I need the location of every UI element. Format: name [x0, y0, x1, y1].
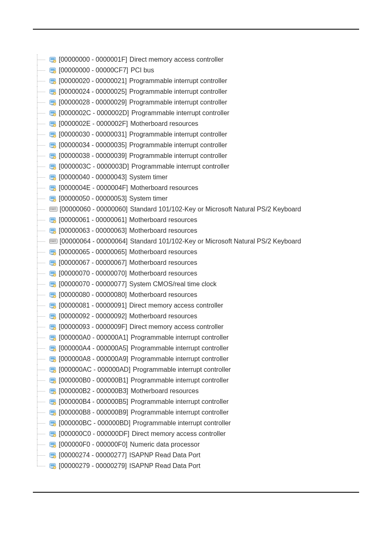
resource-range: [000000AC - 000000AD] — [59, 366, 130, 373]
resource-range: [000000F0 - 000000F0] — [59, 441, 127, 448]
tree-item[interactable]: [00000050 - 00000053]System timer — [33, 193, 392, 204]
tree-item[interactable]: [00000070 - 00000077]System CMOS/real ti… — [33, 279, 392, 290]
tree-item[interactable]: [000000B8 - 000000B9]Programmable interr… — [33, 407, 392, 418]
tree-item[interactable]: [00000274 - 00000277]ISAPNP Read Data Po… — [33, 450, 392, 461]
resource-label: Motherboard resources — [129, 291, 197, 299]
tree-branch — [33, 151, 49, 161]
device-icon — [49, 259, 57, 266]
resource-label: Programmable interrupt controller — [131, 163, 229, 170]
tree-item[interactable]: [00000020 - 00000021]Programmable interr… — [33, 76, 392, 86]
tree-item[interactable]: [0000003C - 0000003D]Programmable interr… — [33, 161, 392, 172]
device-icon — [49, 270, 57, 277]
resource-label: Programmable interrupt controller — [129, 152, 227, 160]
resource-label: Numeric data processor — [130, 441, 200, 448]
resource-range: [00000028 - 00000029] — [59, 99, 127, 106]
tree-item[interactable]: [000000B0 - 000000B1]Programmable interr… — [33, 375, 392, 386]
tree-item[interactable]: [00000000 - 00000CF7]PCI bus — [33, 65, 392, 76]
device-icon — [49, 280, 57, 288]
resource-range: [00000038 - 00000039] — [59, 152, 127, 160]
tree-branch — [33, 236, 49, 247]
resource-label: Standard 101/102-Key or Microsoft Natura… — [130, 206, 301, 213]
device-icon — [49, 184, 57, 192]
tree-item[interactable]: [00000080 - 00000080]Motherboard resourc… — [33, 290, 392, 300]
device-tree: [00000000 - 0000001F]Direct memory acces… — [33, 54, 392, 471]
resource-range: [00000092 - 00000092] — [59, 313, 127, 320]
tree-item[interactable]: [00000000 - 0000001F]Direct memory acces… — [33, 54, 392, 65]
tree-branch — [33, 439, 49, 450]
tree-branch — [33, 257, 49, 268]
resource-range: [00000070 - 00000077] — [59, 280, 127, 288]
tree-branch — [33, 332, 49, 343]
device-icon — [49, 398, 57, 405]
page-top-rule — [33, 29, 359, 30]
tree-item[interactable]: [000000B2 - 000000B3]Motherboard resourc… — [33, 386, 392, 396]
device-icon — [49, 152, 57, 160]
tree-item[interactable]: [00000279 - 00000279]ISAPNP Read Data Po… — [33, 461, 392, 471]
resource-range: [000000A8 - 000000A9] — [59, 355, 128, 363]
tree-item[interactable]: [000000C0 - 000000DF]Direct memory acces… — [33, 429, 392, 439]
tree-item[interactable]: [00000028 - 00000029]Programmable interr… — [33, 97, 392, 108]
resource-range: [00000081 - 00000091] — [59, 302, 127, 309]
tree-item[interactable]: [00000024 - 00000025]Programmable interr… — [33, 86, 392, 97]
resource-range: [00000040 - 00000043] — [59, 174, 127, 181]
tree-item[interactable]: [000000BC - 000000BD]Programmable interr… — [33, 418, 392, 429]
tree-item[interactable]: [00000092 - 00000092]Motherboard resourc… — [33, 311, 392, 322]
tree-branch — [33, 429, 49, 439]
resource-range: [00000050 - 00000053] — [59, 195, 127, 202]
resource-label: Programmable interrupt controller — [129, 141, 227, 149]
device-icon — [49, 163, 57, 170]
device-icon — [49, 441, 57, 448]
resource-label: Programmable interrupt controller — [131, 345, 228, 352]
resource-label: Direct memory access controller — [129, 302, 223, 309]
tree-item[interactable]: [00000063 - 00000063]Motherboard resourc… — [33, 225, 392, 236]
device-icon — [49, 419, 57, 427]
device-icon — [49, 323, 57, 331]
device-icon — [49, 227, 57, 234]
resource-range: [00000030 - 00000031] — [59, 131, 127, 138]
tree-item[interactable]: [000000A0 - 000000A1]Programmable interr… — [33, 332, 392, 343]
resource-range: [00000034 - 00000035] — [59, 141, 127, 149]
resource-range: [000000B0 - 000000B1] — [59, 377, 128, 384]
tree-branch — [33, 396, 49, 407]
device-icon — [49, 195, 57, 202]
tree-item[interactable]: [000000F0 - 000000F0]Numeric data proces… — [33, 439, 392, 450]
tree-branch — [33, 225, 49, 236]
tree-item[interactable]: [00000034 - 00000035]Programmable interr… — [33, 140, 392, 151]
device-icon — [49, 248, 57, 256]
resource-label: Motherboard resources — [129, 270, 197, 277]
device-icon — [49, 366, 57, 373]
device-icon — [49, 131, 57, 138]
tree-item[interactable]: [000000AC - 000000AD]Programmable interr… — [33, 364, 392, 375]
resource-label: Programmable interrupt controller — [131, 355, 228, 363]
tree-item[interactable]: [00000067 - 00000067]Motherboard resourc… — [33, 257, 392, 268]
resource-range: [000000BC - 000000BD] — [59, 419, 130, 427]
tree-item[interactable]: [00000065 - 00000065]Motherboard resourc… — [33, 247, 392, 257]
tree-item[interactable]: [00000070 - 00000070]Motherboard resourc… — [33, 268, 392, 279]
resource-range: [00000279 - 00000279] — [59, 462, 127, 470]
tree-branch — [33, 247, 49, 257]
resource-range: [00000060 - 00000060] — [60, 206, 127, 213]
resource-label: Direct memory access controller — [129, 323, 224, 331]
tree-item[interactable]: [000000A8 - 000000A9]Programmable interr… — [33, 354, 392, 364]
resource-range: [00000080 - 00000080] — [59, 291, 127, 299]
tree-item[interactable]: [000000A4 - 000000A5]Programmable interr… — [33, 343, 392, 354]
device-icon — [49, 77, 57, 85]
tree-branch — [33, 97, 49, 108]
tree-item[interactable]: [0000002E - 0000002F]Motherboard resourc… — [33, 118, 392, 129]
tree-item[interactable]: [00000030 - 00000031]Programmable interr… — [33, 129, 392, 140]
resource-label: Motherboard resources — [130, 120, 198, 127]
tree-item[interactable]: [00000081 - 00000091]Direct memory acces… — [33, 300, 392, 311]
tree-item[interactable]: [000000B4 - 000000B5]Programmable interr… — [33, 396, 392, 407]
tree-branch — [33, 418, 49, 429]
resource-label: System CMOS/real time clock — [129, 280, 216, 288]
tree-branch — [33, 86, 49, 97]
resource-label: Programmable interrupt controller — [133, 419, 231, 427]
tree-item[interactable]: [00000060 - 00000060]Standard 101/102-Ke… — [33, 204, 392, 215]
tree-item[interactable]: [0000004E - 0000004F]Motherboard resourc… — [33, 183, 392, 193]
tree-item[interactable]: [00000093 - 0000009F]Direct memory acces… — [33, 322, 392, 332]
tree-item[interactable]: [00000040 - 00000043]System timer — [33, 172, 392, 183]
tree-item[interactable]: [0000002C - 0000002D]Programmable interr… — [33, 108, 392, 118]
tree-item[interactable]: [00000064 - 00000064]Standard 101/102-Ke… — [33, 236, 392, 247]
tree-item[interactable]: [00000061 - 00000061]Motherboard resourc… — [33, 215, 392, 225]
tree-item[interactable]: [00000038 - 00000039]Programmable interr… — [33, 151, 392, 161]
